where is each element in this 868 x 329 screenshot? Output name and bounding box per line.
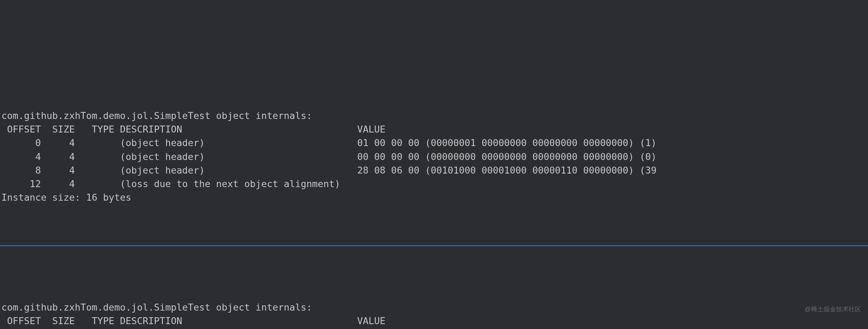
table-row: 0 4 (object header) 01 00 00 00 (0000000… [1, 137, 657, 148]
table-row: 12 4 (loss due to the next object alignm… [1, 178, 340, 189]
table-row: 4 4 (object header) 00 00 00 00 (0000000… [1, 151, 657, 162]
table-header: OFFSET SIZE TYPE DESCRIPTION VALUE [1, 124, 385, 135]
watermark-text: @稀土掘金技术社区 [805, 305, 861, 314]
table-row: 8 4 (object header) 28 08 06 00 (0010100… [1, 165, 657, 176]
block-divider [0, 245, 868, 246]
jol-output-block-2: com.github.zxhTom.demo.jol.SimpleTest ob… [0, 287, 868, 329]
instance-size-line: Instance size: 16 bytes [1, 192, 131, 203]
object-internals-title: com.github.zxhTom.demo.jol.SimpleTest ob… [1, 302, 312, 313]
table-header: OFFSET SIZE TYPE DESCRIPTION VALUE [1, 315, 385, 326]
console-output: com.github.zxhTom.demo.jol.SimpleTest ob… [0, 55, 868, 329]
jol-output-block-1: com.github.zxhTom.demo.jol.SimpleTest ob… [0, 95, 868, 204]
object-internals-title: com.github.zxhTom.demo.jol.SimpleTest ob… [1, 110, 312, 121]
